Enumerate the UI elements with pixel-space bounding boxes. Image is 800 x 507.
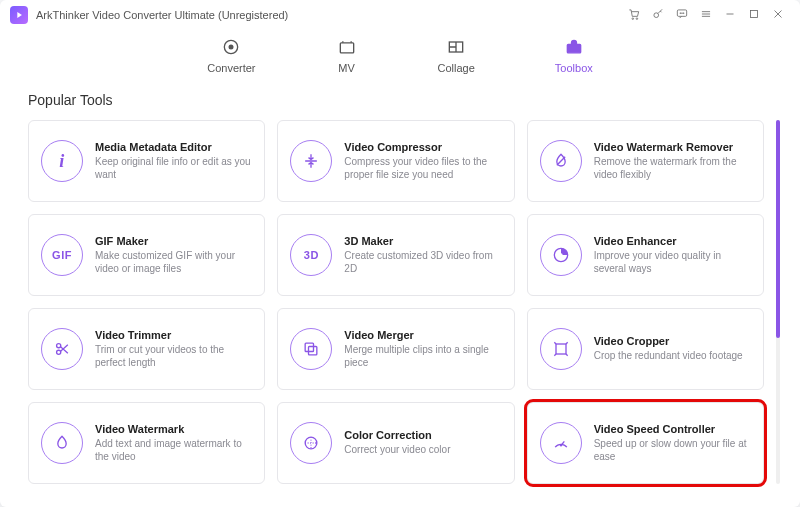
- svg-rect-12: [567, 45, 580, 53]
- svg-point-1: [636, 17, 638, 19]
- card-title: Video Trimmer: [95, 329, 252, 341]
- tools-grid: i Media Metadata Editor Keep original fi…: [28, 120, 768, 484]
- svg-point-9: [229, 45, 234, 50]
- content-area: Popular Tools i Media Metadata Editor Ke…: [0, 92, 800, 484]
- top-nav: Converter MV Collage Toolbox: [0, 30, 800, 88]
- gif-icon: GIF: [41, 234, 83, 276]
- mv-icon: [336, 36, 358, 58]
- card-title: Media Metadata Editor: [95, 141, 252, 153]
- svg-rect-18: [309, 347, 317, 355]
- card-desc: Create customized 3D video from 2D: [344, 249, 501, 276]
- card-desc: Compress your video files to the proper …: [344, 155, 501, 182]
- key-icon[interactable]: [646, 7, 670, 24]
- tool-video-enhancer[interactable]: Video Enhancer Improve your video qualit…: [527, 214, 764, 296]
- nav-label: MV: [338, 62, 355, 74]
- card-desc: Trim or cut your videos to the perfect l…: [95, 343, 252, 370]
- nav-label: Converter: [207, 62, 255, 74]
- card-desc: Add text and image watermark to the vide…: [95, 437, 252, 464]
- card-desc: Merge multiple clips into a single piece: [344, 343, 501, 370]
- info-icon: i: [41, 140, 83, 182]
- window-title: ArkThinker Video Converter Ultimate (Unr…: [36, 9, 288, 21]
- svg-point-6: [683, 12, 684, 13]
- compress-icon: [290, 140, 332, 182]
- card-title: Video Watermark: [95, 423, 252, 435]
- app-logo-icon: [10, 6, 28, 24]
- collage-icon: [445, 36, 467, 58]
- nav-collage[interactable]: Collage: [438, 36, 475, 74]
- titlebar: ArkThinker Video Converter Ultimate (Unr…: [0, 0, 800, 30]
- tool-gif-maker[interactable]: GIF GIF Maker Make customized GIF with y…: [28, 214, 265, 296]
- scrollbar[interactable]: [776, 120, 780, 484]
- close-icon[interactable]: [766, 7, 790, 24]
- maximize-icon[interactable]: [742, 7, 766, 24]
- menu-icon[interactable]: [694, 7, 718, 24]
- app-window: ArkThinker Video Converter Ultimate (Unr…: [0, 0, 800, 507]
- watermark-icon: [41, 422, 83, 464]
- tool-color-correction[interactable]: Color Correction Correct your video colo…: [277, 402, 514, 484]
- card-desc: Make customized GIF with your video or i…: [95, 249, 252, 276]
- tool-video-speed-controller[interactable]: Video Speed Controller Speed up or slow …: [527, 402, 764, 484]
- card-title: Video Cropper: [594, 335, 751, 347]
- tool-media-metadata-editor[interactable]: i Media Metadata Editor Keep original fi…: [28, 120, 265, 202]
- card-desc: Crop the redundant video footage: [594, 349, 751, 363]
- svg-point-14: [559, 253, 562, 256]
- svg-rect-19: [556, 344, 566, 354]
- tool-video-cropper[interactable]: Video Cropper Crop the redundant video f…: [527, 308, 764, 390]
- scrollbar-thumb[interactable]: [776, 120, 780, 338]
- section-title: Popular Tools: [28, 92, 780, 108]
- tool-video-trimmer[interactable]: Video Trimmer Trim or cut your videos to…: [28, 308, 265, 390]
- card-title: Color Correction: [344, 429, 501, 441]
- cart-icon[interactable]: [622, 7, 646, 24]
- card-desc: Remove the watermark from the video flex…: [594, 155, 751, 182]
- card-title: Video Watermark Remover: [594, 141, 751, 153]
- color-icon: [290, 422, 332, 464]
- tool-video-watermark-remover[interactable]: Video Watermark Remover Remove the water…: [527, 120, 764, 202]
- card-title: Video Merger: [344, 329, 501, 341]
- toolbox-icon: [563, 36, 585, 58]
- nav-label: Toolbox: [555, 62, 593, 74]
- nav-converter[interactable]: Converter: [207, 36, 255, 74]
- tool-3d-maker[interactable]: 3D 3D Maker Create customized 3D video f…: [277, 214, 514, 296]
- card-title: Video Enhancer: [594, 235, 751, 247]
- scissors-icon: [41, 328, 83, 370]
- svg-point-0: [632, 17, 634, 19]
- watermark-remove-icon: [540, 140, 582, 182]
- feedback-icon[interactable]: [670, 7, 694, 24]
- card-desc: Correct your video color: [344, 443, 501, 457]
- merger-icon: [290, 328, 332, 370]
- svg-rect-10: [340, 43, 353, 53]
- cropper-icon: [540, 328, 582, 370]
- converter-icon: [220, 36, 242, 58]
- svg-point-4: [680, 12, 681, 13]
- minimize-icon[interactable]: [718, 7, 742, 24]
- enhancer-icon: [540, 234, 582, 276]
- card-desc: Speed up or slow down your file at ease: [594, 437, 751, 464]
- card-desc: Keep original file info or edit as you w…: [95, 155, 252, 182]
- card-title: 3D Maker: [344, 235, 501, 247]
- svg-point-5: [682, 12, 683, 13]
- card-title: GIF Maker: [95, 235, 252, 247]
- nav-toolbox[interactable]: Toolbox: [555, 36, 593, 74]
- speed-icon: [540, 422, 582, 464]
- svg-rect-17: [305, 343, 313, 351]
- tool-video-compressor[interactable]: Video Compressor Compress your video fil…: [277, 120, 514, 202]
- svg-rect-7: [751, 10, 758, 17]
- tool-video-merger[interactable]: Video Merger Merge multiple clips into a…: [277, 308, 514, 390]
- card-desc: Improve your video quality in several wa…: [594, 249, 751, 276]
- tool-video-watermark[interactable]: Video Watermark Add text and image water…: [28, 402, 265, 484]
- nav-mv[interactable]: MV: [336, 36, 358, 74]
- svg-point-21: [560, 444, 562, 446]
- svg-point-2: [654, 12, 659, 17]
- card-title: Video Compressor: [344, 141, 501, 153]
- card-title: Video Speed Controller: [594, 423, 751, 435]
- three-d-icon: 3D: [290, 234, 332, 276]
- nav-label: Collage: [438, 62, 475, 74]
